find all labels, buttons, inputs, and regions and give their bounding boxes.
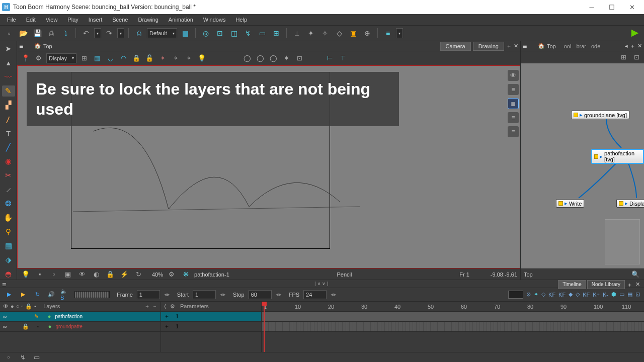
mode-tab-drawing[interactable]: Drawing bbox=[473, 42, 504, 51]
close-view-icon[interactable]: ✕ bbox=[514, 43, 518, 49]
select-tool-icon[interactable]: ➤ bbox=[2, 43, 15, 54]
loop-icon[interactable]: ↻ bbox=[32, 290, 42, 300]
lock-icon[interactable]: 🔒 bbox=[131, 53, 142, 64]
bulb-icon[interactable]: 💡 bbox=[20, 269, 31, 280]
light-icon[interactable]: 💡 bbox=[196, 53, 207, 64]
display-mode-dropdown[interactable]: Default▾ bbox=[147, 28, 177, 38]
tf2-icon[interactable]: ↯ bbox=[17, 352, 28, 363]
node-groundplane[interactable]: ▸ groundplane [tvg] bbox=[571, 111, 629, 119]
onion-icon[interactable]: ✦ bbox=[157, 53, 168, 64]
menu-drawing[interactable]: Drawing bbox=[133, 14, 163, 25]
sb1-icon[interactable]: ▪ bbox=[34, 269, 45, 280]
sb-gear2-icon[interactable]: ❋ bbox=[180, 269, 191, 280]
play-selection-icon[interactable]: ▶ bbox=[18, 290, 28, 300]
save-all-icon[interactable]: ⎙ bbox=[45, 27, 57, 39]
align-icon[interactable]: ≡ bbox=[382, 27, 394, 39]
eye-icon[interactable]: 👁 bbox=[508, 70, 519, 81]
sb5-icon[interactable]: ◐ bbox=[91, 269, 102, 280]
align-left-icon[interactable]: ⊢ bbox=[324, 53, 335, 64]
redo-history[interactable]: ▾ bbox=[117, 28, 124, 38]
open-file-icon[interactable]: 📂 bbox=[17, 27, 29, 39]
redo-icon[interactable]: ↷ bbox=[103, 27, 115, 39]
node-close-icon[interactable]: ✕ bbox=[637, 43, 642, 49]
gear-icon[interactable]: ⚙ bbox=[33, 53, 44, 64]
play-button[interactable]: ▶ bbox=[4, 290, 14, 300]
layer1-icon[interactable]: ≡ bbox=[508, 84, 519, 95]
add-layer-icon[interactable]: ＋ bbox=[144, 303, 150, 310]
menu-scene[interactable]: Scene bbox=[107, 14, 133, 25]
track-row[interactable] bbox=[262, 322, 644, 332]
import-icon[interactable]: ⤵ bbox=[59, 27, 71, 39]
node-search-icon[interactable]: 🔍 bbox=[630, 269, 641, 280]
safe-icon[interactable]: ▦ bbox=[92, 53, 103, 64]
onion-prev-icon[interactable]: ✧ bbox=[170, 53, 181, 64]
node-pathofaction[interactable]: ▸ pathofaction [tvg] bbox=[591, 149, 644, 164]
param-row[interactable]: ＋1 bbox=[161, 322, 261, 332]
kf-tool1-icon[interactable]: ⊘ bbox=[526, 291, 531, 298]
path-icon[interactable]: ↯ bbox=[242, 27, 254, 39]
remove-layer-icon[interactable]: － bbox=[152, 303, 157, 310]
tracks-column[interactable]: 1 10 20 30 40 50 60 70 80 90 100 110 bbox=[262, 302, 644, 352]
timeline-menu-icon[interactable]: ≡ bbox=[2, 281, 12, 289]
sb-gear-icon[interactable]: ⚙ bbox=[166, 269, 177, 280]
menu-animation[interactable]: Animation bbox=[164, 14, 198, 25]
maximize-button[interactable]: ☐ bbox=[602, 0, 622, 14]
align-top-icon[interactable]: ⊤ bbox=[337, 53, 348, 64]
align-dropdown[interactable]: ▾ bbox=[396, 28, 403, 38]
new-file-icon[interactable]: ▫ bbox=[3, 27, 15, 39]
menu-file[interactable]: File bbox=[2, 14, 21, 25]
mesh-icon[interactable]: ⊞ bbox=[270, 27, 282, 39]
layer-row-pathofaction[interactable]: ∞ ✎ ● pathofaction bbox=[0, 312, 160, 322]
node-add-icon[interactable]: ＋ bbox=[630, 42, 635, 50]
bone-icon[interactable]: ⟂ bbox=[291, 27, 303, 39]
sb2-icon[interactable]: ▫ bbox=[48, 269, 59, 280]
kf-tool7-icon[interactable]: ▭ bbox=[619, 291, 624, 298]
frame-field[interactable]: 1 bbox=[137, 290, 160, 299]
sb-bolt-icon[interactable]: ⚡ bbox=[119, 269, 130, 280]
tool1-icon[interactable]: ✦ bbox=[305, 27, 317, 39]
layer2-icon[interactable]: ≣ bbox=[508, 98, 519, 109]
tl-add-icon[interactable]: ＋ bbox=[626, 280, 633, 289]
tl-close-icon[interactable]: ✕ bbox=[634, 280, 641, 289]
shape3-icon[interactable]: ◯ bbox=[268, 53, 279, 64]
node-tool1-icon[interactable]: ⊞ bbox=[618, 52, 629, 63]
sb-lock-icon[interactable]: 🔒 bbox=[105, 269, 116, 280]
layer-row-groundplane[interactable]: ∞ 🔒 ▫ ● groundpatte bbox=[0, 322, 160, 332]
zoom-tool-icon[interactable]: ⬗ bbox=[2, 254, 15, 265]
menu-play[interactable]: Play bbox=[62, 14, 83, 25]
pin-icon[interactable]: 📍 bbox=[20, 53, 31, 64]
node-display[interactable]: ▸ Display bbox=[616, 199, 644, 208]
tool2-icon[interactable]: ✧ bbox=[319, 27, 331, 39]
line-tool-icon[interactable]: ╱ bbox=[2, 142, 15, 153]
kf-tool4-icon[interactable]: ◆ bbox=[569, 291, 573, 298]
minimize-button[interactable]: ─ bbox=[582, 0, 602, 14]
dropper-tool-icon[interactable]: ⟋ bbox=[2, 184, 15, 195]
tf1-icon[interactable]: ▫ bbox=[3, 352, 14, 363]
shape4-icon[interactable]: ✶ bbox=[281, 53, 292, 64]
save-icon[interactable]: 💾 bbox=[31, 27, 43, 39]
deform-icon[interactable]: ◫ bbox=[228, 27, 240, 39]
shape1-icon[interactable]: ◯ bbox=[242, 53, 253, 64]
close-button[interactable]: ✕ bbox=[622, 0, 642, 14]
menu-edit[interactable]: Edit bbox=[21, 14, 41, 25]
pivot-icon[interactable]: ◎ bbox=[200, 27, 212, 39]
kf-tool2-icon[interactable]: ✦ bbox=[534, 291, 538, 298]
collapse-handle-icon[interactable]: ∣∧∨∣ bbox=[314, 281, 330, 286]
add-view-icon[interactable]: ＋ bbox=[506, 42, 512, 50]
kf-tool5-icon[interactable]: ◇ bbox=[576, 291, 580, 298]
kf-tool9-icon[interactable]: ⊡ bbox=[635, 291, 640, 298]
bbox-icon[interactable]: ▭ bbox=[256, 27, 268, 39]
short-tab-1[interactable]: ool bbox=[564, 43, 572, 49]
toggle-icon[interactable]: ▤ bbox=[179, 27, 191, 39]
menu-help[interactable]: Help bbox=[230, 14, 252, 25]
camera-viewport[interactable]: Be sure to lock the layers that are not … bbox=[17, 65, 520, 268]
rig-tool-icon[interactable]: ⚲ bbox=[2, 226, 15, 237]
bucket-tool-icon[interactable]: ◓ bbox=[2, 268, 15, 280]
stop-field[interactable]: 60 bbox=[249, 290, 272, 299]
sound-icon[interactable]: 🔊 bbox=[46, 290, 56, 300]
transform-tool-icon[interactable]: ▴ bbox=[2, 57, 15, 68]
mode-tab-camera[interactable]: Camera bbox=[440, 42, 471, 51]
sb-refresh-icon[interactable]: ↻ bbox=[133, 269, 144, 280]
curve-preview[interactable] bbox=[508, 291, 523, 299]
overlay-icon[interactable]: ◠ bbox=[118, 53, 129, 64]
